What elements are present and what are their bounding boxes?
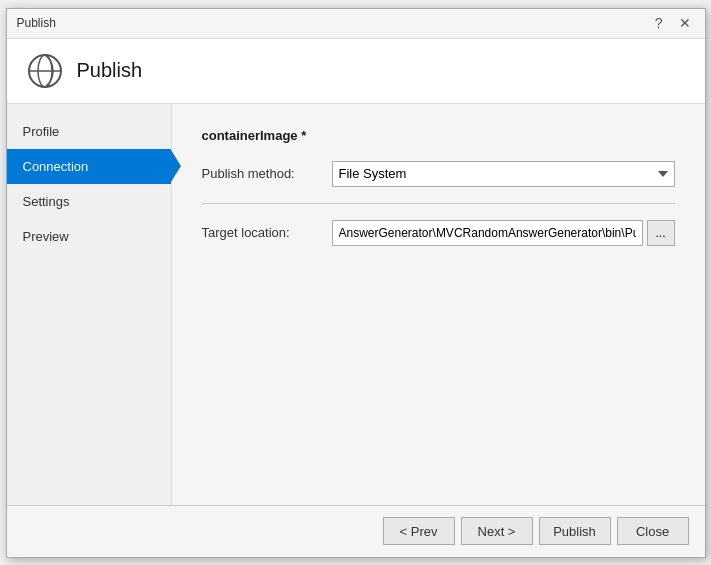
main-panel: containerImage * Publish method: File Sy… — [172, 104, 705, 505]
sidebar-item-profile[interactable]: Profile — [7, 114, 171, 149]
sidebar-item-preview-label: Preview — [23, 229, 69, 244]
dialog-title: Publish — [77, 59, 143, 82]
divider — [202, 203, 675, 204]
sidebar-item-preview[interactable]: Preview — [7, 219, 171, 254]
dialog-content: Profile Connection Settings Preview cont… — [7, 104, 705, 505]
close-window-button[interactable]: ✕ — [675, 16, 695, 30]
prev-button[interactable]: < Prev — [383, 517, 455, 545]
target-location-label: Target location: — [202, 225, 332, 240]
sidebar-item-profile-label: Profile — [23, 124, 60, 139]
sidebar-item-connection-label: Connection — [23, 159, 89, 174]
publish-button[interactable]: Publish — [539, 517, 611, 545]
close-button[interactable]: Close — [617, 517, 689, 545]
browse-button[interactable]: ... — [647, 220, 675, 246]
title-bar: Publish ? ✕ — [7, 9, 705, 39]
target-location-control: ... — [332, 220, 675, 246]
publish-method-label: Publish method: — [202, 166, 332, 181]
next-button[interactable]: Next > — [461, 517, 533, 545]
help-button[interactable]: ? — [651, 16, 667, 30]
sidebar-item-connection[interactable]: Connection — [7, 149, 171, 184]
publish-method-row: Publish method: File System FTP Web Depl… — [202, 161, 675, 187]
sidebar-item-settings[interactable]: Settings — [7, 184, 171, 219]
publish-method-control: File System FTP Web Deploy — [332, 161, 675, 187]
dialog-header: Publish — [7, 39, 705, 104]
title-bar-text: Publish — [17, 16, 56, 30]
publish-dialog: Publish ? ✕ Publish Profile Connection — [6, 8, 706, 558]
target-location-input[interactable] — [332, 220, 643, 246]
publish-method-select[interactable]: File System FTP Web Deploy — [332, 161, 675, 187]
title-bar-controls: ? ✕ — [651, 16, 695, 30]
sidebar-item-settings-label: Settings — [23, 194, 70, 209]
section-title: containerImage * — [202, 128, 675, 143]
title-bar-title: Publish — [17, 16, 56, 30]
publish-icon — [27, 53, 63, 89]
sidebar: Profile Connection Settings Preview — [7, 104, 172, 505]
target-location-row: Target location: ... — [202, 220, 675, 246]
footer: < Prev Next > Publish Close — [7, 505, 705, 557]
